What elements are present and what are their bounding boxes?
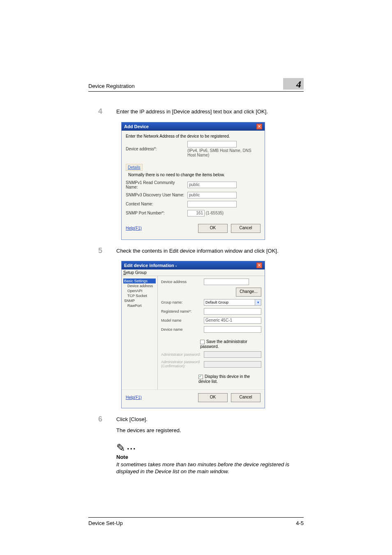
settings-nav: Basic Settings Device address OpenAPI TC…: [122, 276, 158, 389]
step-number: 4: [98, 107, 102, 116]
model-name-label: Model name: [161, 318, 204, 322]
page-header: Device Registration 4: [88, 82, 304, 92]
change-button[interactable]: Change...: [236, 288, 261, 297]
ok-button[interactable]: OK: [198, 224, 228, 233]
pencil-icon: ✎: [116, 442, 125, 453]
group-name-select[interactable]: Default Group ▾: [204, 299, 261, 306]
nav-device-address[interactable]: Device address: [123, 283, 156, 288]
add-device-dialog: Add Device Enter the Network Address of …: [121, 122, 265, 240]
menu-bar: SSetup Groupetup Group: [122, 269, 265, 276]
step-number: 6: [98, 415, 102, 424]
registered-name-input[interactable]: [204, 308, 261, 315]
save-admin-password-check[interactable]: Save the administrator password.: [200, 339, 261, 349]
step-instruction: Enter the IP address in [Device address]…: [116, 108, 304, 115]
step-body: The devices are registered.: [116, 427, 304, 434]
cancel-button[interactable]: Cancel: [231, 224, 261, 233]
step-number: 5: [98, 246, 102, 255]
step-5: 5 Check the contents in Edit device info…: [88, 247, 304, 255]
port-label: SNMP Port Number*:: [126, 211, 187, 215]
display-in-list-check[interactable]: Display this device in the device list.: [198, 374, 261, 384]
admin-password-confirm-label: Administrator password (Confirmation):: [161, 360, 204, 368]
note-title: Note: [116, 454, 304, 460]
section-title: Device Registration: [88, 83, 135, 89]
port-input[interactable]: 161: [187, 210, 205, 216]
details-toggle[interactable]: Details: [126, 164, 143, 171]
dialog-split: Basic Settings Device address OpenAPI TC…: [122, 276, 265, 389]
device-address-input[interactable]: [187, 141, 237, 147]
dialog-title: Edit device information -: [124, 263, 177, 268]
model-name-input[interactable]: Generic 45C-1: [204, 317, 261, 324]
snmpv3-label: SNMPv3 Discovery User Name:: [126, 193, 187, 197]
device-name-label: Device name: [161, 327, 204, 332]
page-footer: Device Set-Up 4-5: [88, 517, 304, 526]
note-block: ✎...: [116, 441, 304, 451]
step-instruction: Click [Close].: [116, 416, 304, 423]
port-range: (1-65535): [206, 211, 224, 215]
close-icon[interactable]: [256, 263, 262, 268]
step-4: 4 Enter the IP address in [Device addres…: [88, 108, 304, 115]
nav-rawport[interactable]: RawPort: [123, 303, 156, 308]
details-note: Normally there is no need to change the …: [128, 173, 261, 177]
admin-password-confirm-input: [204, 361, 261, 368]
instruction-row: Enter the Network Address of the device …: [126, 134, 261, 138]
instruction-text: Enter the Network Address of the device …: [126, 134, 230, 138]
help-link[interactable]: Help(F1): [126, 226, 142, 230]
device-address-display: [204, 279, 249, 285]
note-body: It sometimes takes more than two minutes…: [116, 461, 304, 475]
device-address-label: Device address: [161, 280, 204, 284]
settings-main: Device address Change... Group name: Def…: [158, 276, 265, 389]
step-instruction: Check the contents in Edit device inform…: [116, 247, 304, 255]
cancel-button[interactable]: Cancel: [231, 393, 261, 402]
snmpv1-input[interactable]: public: [187, 182, 237, 188]
device-address-hint: (IPv4, IPv6, SMB Host Name, DNS Host Nam…: [187, 148, 251, 157]
nav-tcp-socket[interactable]: TCP Socket: [123, 293, 156, 298]
admin-password-input: [204, 351, 261, 358]
context-input[interactable]: [187, 201, 237, 207]
nav-basic-settings[interactable]: Basic Settings: [123, 279, 156, 283]
device-name-input[interactable]: [204, 326, 261, 333]
context-label: Context Name:: [126, 202, 187, 206]
dialog-title: Add Device: [124, 124, 149, 129]
chevron-down-icon[interactable]: ▾: [255, 299, 261, 305]
dialog-body: SSetup Groupetup Group Basic Settings De…: [122, 269, 265, 405]
group-name-value: Default Group: [205, 300, 228, 304]
dialog-body: Enter the Network Address of the device …: [122, 131, 265, 240]
context-row: Context Name:: [126, 201, 261, 207]
dialog-titlebar: Add Device: [122, 122, 265, 131]
header-chapter-badge: 4: [283, 78, 304, 90]
note-dots-icon: ...: [127, 442, 136, 451]
nav-openapi[interactable]: OpenAPI: [123, 288, 156, 293]
registered-name-label: Registered name*:: [161, 309, 204, 313]
step-6: 6 Click [Close]. The devices are registe…: [88, 416, 304, 434]
snmpv3-row: SNMPv3 Discovery User Name: public: [126, 192, 261, 198]
device-address-row: Device address*: (IPv4, IPv6, SMB Host N…: [126, 141, 261, 157]
dialog-titlebar: Edit device information -: [122, 261, 265, 269]
admin-password-label: Administrator password:: [161, 352, 204, 357]
edit-device-info-dialog: Edit device information - SSetup Groupet…: [121, 261, 265, 408]
nav-snmp[interactable]: SNMP: [123, 298, 156, 303]
ok-button[interactable]: OK: [198, 393, 228, 402]
close-icon[interactable]: [256, 124, 262, 129]
page: Device Registration 4 4 Enter the IP add…: [0, 0, 392, 555]
group-name-label: Group name:: [161, 300, 204, 304]
footer-left: Device Set-Up: [88, 520, 123, 526]
menu-setup-group[interactable]: SSetup Groupetup Group: [123, 270, 147, 275]
help-link[interactable]: Help(F1): [126, 395, 142, 400]
device-address-label: Device address*:: [126, 147, 187, 151]
footer-page-number: 4-5: [296, 520, 304, 526]
snmpv3-input[interactable]: public: [187, 192, 237, 198]
port-row: SNMP Port Number*: 161 (1-65535): [126, 210, 261, 216]
snmpv1-label: SNMPv1 Read Community Name:: [126, 180, 187, 189]
snmpv1-row: SNMPv1 Read Community Name: public: [126, 180, 261, 189]
